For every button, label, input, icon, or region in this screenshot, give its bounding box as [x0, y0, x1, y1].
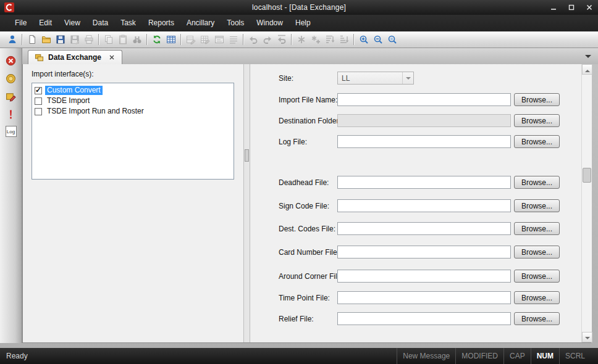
- checkbox-tsde-import-run-roster[interactable]: [35, 108, 42, 115]
- refresh-icon[interactable]: [150, 33, 164, 47]
- table-view-icon[interactable]: [164, 33, 178, 47]
- sign-code-file-input[interactable]: [337, 199, 511, 212]
- undo-icon[interactable]: [246, 33, 260, 47]
- around-corner-file-browse-button[interactable]: Browse...: [514, 270, 560, 283]
- scroll-up-icon[interactable]: [582, 64, 592, 75]
- destination-folder-input[interactable]: [337, 114, 511, 127]
- log-icon-label: Log: [7, 129, 15, 134]
- menu-ancillary[interactable]: Ancillary: [180, 15, 221, 31]
- zoom-window-icon[interactable]: [385, 33, 399, 47]
- menu-file[interactable]: File: [9, 15, 33, 31]
- list-item-label: TSDE Import: [45, 96, 91, 105]
- minimize-icon[interactable]: [544, 0, 562, 15]
- sort-ascending-icon[interactable]: [322, 33, 337, 47]
- user-login-icon[interactable]: [5, 33, 19, 47]
- menu-view[interactable]: View: [58, 15, 86, 31]
- site-value: LL: [342, 74, 350, 83]
- form-row-time-point-file: Time Point File: Browse...: [250, 291, 581, 305]
- copy-icon[interactable]: [101, 33, 116, 47]
- dest-codes-file-input[interactable]: [337, 222, 511, 235]
- form-view-icon[interactable]: [212, 33, 226, 47]
- edit-table-icon[interactable]: [198, 33, 212, 47]
- save-icon[interactable]: [53, 33, 67, 47]
- edit-record-icon[interactable]: [183, 33, 198, 47]
- menu-task[interactable]: Task: [114, 15, 142, 31]
- print-icon[interactable]: [82, 33, 96, 47]
- new-document-icon[interactable]: [25, 33, 39, 47]
- site-select[interactable]: LL: [337, 72, 414, 85]
- gold-seal-icon[interactable]: [5, 72, 17, 85]
- list-view-icon[interactable]: [226, 33, 240, 47]
- log-icon[interactable]: Log: [6, 126, 17, 137]
- tab-data-exchange[interactable]: Data Exchange: [28, 50, 122, 64]
- destination-folder-browse-button[interactable]: Browse...: [514, 114, 560, 127]
- list-item-tsde-import[interactable]: TSDE Import: [33, 96, 232, 106]
- menu-help[interactable]: Help: [289, 15, 317, 31]
- status-new-message: New Message: [397, 348, 455, 364]
- dest-codes-file-label: Dest. Codes File:: [279, 225, 335, 233]
- menu-data[interactable]: Data: [86, 15, 114, 31]
- splitter-grip[interactable]: [245, 149, 249, 162]
- tab-close-icon[interactable]: [108, 54, 116, 61]
- checkbox-tsde-import[interactable]: [35, 97, 42, 105]
- append-record-icon[interactable]: [308, 33, 322, 47]
- error-icon[interactable]: [5, 108, 17, 120]
- import-file-name-label: Import File Name:: [279, 96, 337, 104]
- around-corner-file-label: Around Corner File:: [279, 272, 343, 281]
- deadhead-file-input[interactable]: [337, 176, 511, 189]
- close-icon[interactable]: [580, 0, 598, 15]
- find-icon[interactable]: [130, 33, 144, 47]
- form-row-sign-code-file: Sign Code File: Browse...: [250, 199, 581, 213]
- new-record-icon[interactable]: [294, 33, 308, 47]
- scroll-down-icon[interactable]: [582, 332, 592, 342]
- list-item-tsde-import-run-roster[interactable]: TSDE Import Run and Roster: [33, 106, 232, 117]
- redo-icon[interactable]: [260, 33, 274, 47]
- paste-icon[interactable]: [116, 33, 130, 47]
- log-file-label: Log File:: [279, 138, 307, 146]
- sign-code-file-browse-button[interactable]: Browse...: [514, 199, 560, 212]
- card-number-file-input[interactable]: [337, 246, 511, 259]
- revert-icon[interactable]: [274, 33, 288, 47]
- toolbar-separator: [146, 34, 147, 45]
- zoom-out-icon[interactable]: [371, 33, 385, 47]
- relief-file-browse-button[interactable]: Browse...: [514, 312, 560, 325]
- import-file-name-browse-button[interactable]: Browse...: [514, 93, 560, 106]
- list-item-custom-convert[interactable]: Custom Convert: [33, 85, 232, 96]
- time-point-file-browse-button[interactable]: Browse...: [514, 291, 560, 304]
- log-file-input[interactable]: [337, 135, 511, 148]
- tab-list-dropdown-icon[interactable]: [584, 53, 592, 60]
- toolbar-separator: [98, 34, 99, 45]
- panel-splitter[interactable]: [243, 64, 250, 342]
- zoom-in-icon[interactable]: [356, 33, 371, 47]
- maximize-icon[interactable]: [562, 0, 580, 15]
- relief-file-input[interactable]: [337, 312, 511, 325]
- time-point-file-input[interactable]: [337, 291, 511, 304]
- window-controls: [544, 0, 598, 15]
- sort-descending-icon[interactable]: [337, 33, 351, 47]
- menu-reports[interactable]: Reports: [142, 15, 180, 31]
- scrollbar-thumb[interactable]: [583, 168, 591, 183]
- menu-tools[interactable]: Tools: [221, 15, 250, 31]
- menu-edit[interactable]: Edit: [33, 15, 58, 31]
- checkbox-custom-convert[interactable]: [35, 87, 42, 94]
- deadhead-file-browse-button[interactable]: Browse...: [514, 176, 560, 189]
- log-file-browse-button[interactable]: Browse...: [514, 135, 560, 148]
- import-file-name-input[interactable]: [337, 93, 511, 106]
- time-point-file-label: Time Point File:: [279, 294, 330, 302]
- form-row-log-file: Log File: Browse...: [250, 135, 581, 149]
- around-corner-file-input[interactable]: [337, 270, 511, 283]
- data-exchange-view: Import interface(s): Custom Convert TSDE…: [22, 64, 591, 343]
- vertical-scrollbar[interactable]: [581, 64, 592, 342]
- card-number-file-browse-button[interactable]: Browse...: [514, 246, 560, 259]
- dest-codes-file-browse-button[interactable]: Browse...: [514, 222, 560, 235]
- open-folder-icon[interactable]: [39, 33, 53, 47]
- tab-strip: Data Exchange: [22, 48, 598, 64]
- save-as-icon[interactable]: [67, 33, 82, 47]
- menu-window[interactable]: Window: [250, 15, 289, 31]
- gold-edit-icon[interactable]: [5, 90, 17, 102]
- close-view-icon[interactable]: [5, 54, 17, 67]
- form-row-around-corner-file: Around Corner File: Browse...: [250, 270, 581, 283]
- import-interfaces-listbox[interactable]: Custom Convert TSDE Import TSDE Import R…: [32, 83, 234, 180]
- form-row-relief-file: Relief File: Browse...: [250, 312, 581, 326]
- card-number-file-label: Card Number File:: [279, 248, 339, 257]
